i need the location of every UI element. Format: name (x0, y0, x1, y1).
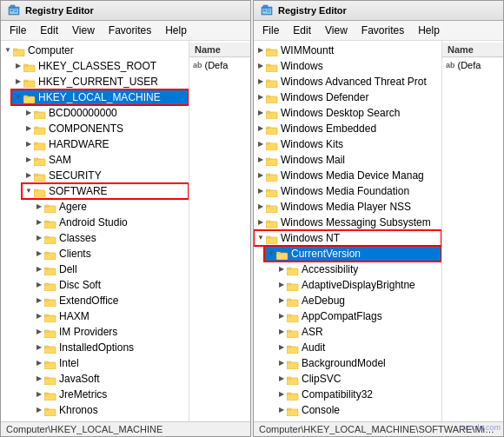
expander-hardware[interactable]: ▶ (23, 139, 34, 149)
expander-classes[interactable]: ▶ (34, 233, 44, 243)
tree-item-windows-kits[interactable]: ▶ Windows Kits (254, 136, 441, 152)
expander-windows-embedded[interactable]: ▶ (255, 123, 266, 134)
expander-clipsvc[interactable]: ▶ (276, 374, 287, 384)
tree-item-windows-desktop-search[interactable]: ▶ Windows Desktop Search (254, 105, 441, 121)
tree-item-hardware[interactable]: ▶ HARDWARE (22, 136, 189, 152)
tree-item-current-user[interactable]: ▶ HKEY_CURRENT_USER (11, 74, 189, 89)
expander-khronos[interactable]: ▶ (34, 405, 44, 415)
tree-item-security[interactable]: ▶ SECURITY (22, 168, 189, 183)
expander-security[interactable]: ▶ (23, 170, 34, 181)
expander-classes-root[interactable]: ▶ (13, 61, 23, 71)
expander-clients[interactable]: ▶ (34, 248, 44, 259)
expander-components[interactable]: ▶ (23, 123, 34, 134)
expander-disc-soft[interactable]: ▶ (34, 280, 44, 290)
menu-help-2[interactable]: Help (413, 23, 445, 38)
tree-pane-1[interactable]: ▼ Computer ▶ HKEY_CLASSES_ROO (1, 41, 189, 421)
tree-item-clients[interactable]: ▶ Clients (32, 246, 189, 262)
tree-item-clipsvc[interactable]: ▶ ClipSVC (275, 371, 441, 387)
tree-item-adaptive-display[interactable]: ▶ AdaptiveDisplayBrightne (275, 277, 441, 293)
tree-pane-2[interactable]: ▶ WIMMountt ▶ Windows ▶ Windows Advanced… (254, 41, 442, 421)
expander-windows-media-player-nss[interactable]: ▶ (255, 202, 266, 212)
expander-jre-metrics[interactable]: ▶ (34, 389, 44, 400)
expander-windows-kits[interactable]: ▶ (255, 139, 266, 149)
expander-computer[interactable]: ▼ (3, 45, 13, 56)
tree-item-wimmount[interactable]: ▶ WIMMountt (254, 43, 441, 58)
expander-haxm[interactable]: ▶ (34, 311, 44, 321)
expander-dell[interactable]: ▶ (34, 264, 44, 275)
expander-ae-debug[interactable]: ▶ (276, 295, 287, 306)
tree-item-components[interactable]: ▶ COMPONENTS (22, 121, 189, 136)
menu-file-1[interactable]: File (4, 23, 31, 38)
expander-local-machine[interactable]: ▼ (13, 92, 23, 103)
expander-console[interactable]: ▶ (276, 405, 287, 415)
tree-item-asr[interactable]: ▶ ASR (275, 324, 441, 340)
tree-item-bcd[interactable]: ▶ BCD00000000 (22, 105, 189, 121)
expander-extend-office[interactable]: ▶ (34, 295, 44, 306)
tree-item-console[interactable]: ▶ Console (275, 402, 441, 418)
tree-item-computer[interactable]: ▼ Computer (1, 43, 189, 58)
tree-item-windows-embedded[interactable]: ▶ Windows Embedded (254, 121, 441, 136)
tree-item-dell[interactable]: ▶ Dell (32, 262, 189, 277)
value-item-default-1[interactable]: ab (Defa (189, 57, 250, 73)
menu-favorites-2[interactable]: Favorites (356, 23, 409, 38)
tree-item-im-providers[interactable]: ▶ IM Providers (32, 324, 189, 340)
expander-installed-options[interactable]: ▶ (34, 342, 44, 353)
tree-item-background-model[interactable]: ▶ BackgroundModel (275, 355, 441, 371)
expander-current-user[interactable]: ▶ (13, 76, 23, 87)
tree-item-windows[interactable]: ▶ Windows (254, 58, 441, 74)
expander-audit[interactable]: ▶ (276, 342, 287, 353)
tree-item-windows-atp[interactable]: ▶ Windows Advanced Threat Prot (254, 74, 441, 89)
expander-windows-nt[interactable]: ▼ (255, 233, 266, 243)
menu-file-2[interactable]: File (257, 23, 284, 38)
expander-javasoft[interactable]: ▶ (34, 374, 44, 384)
tree-item-app-compat-flags[interactable]: ▶ AppCompatFlags (275, 308, 441, 324)
expander-im-providers[interactable]: ▶ (34, 327, 44, 337)
tree-item-intel[interactable]: ▶ Intel (32, 355, 189, 371)
expander-software[interactable]: ▼ (23, 186, 34, 196)
tree-item-haxm[interactable]: ▶ HAXM (32, 308, 189, 324)
tree-item-software[interactable]: ▼ SOFTWARE (22, 183, 189, 199)
menu-favorites-1[interactable]: Favorites (103, 23, 156, 38)
tree-item-compatibility32[interactable]: ▶ Compatibility32 (275, 387, 441, 402)
expander-bcd[interactable]: ▶ (23, 108, 34, 118)
tree-item-classes-root[interactable]: ▶ HKEY_CLASSES_ROOT (11, 58, 189, 74)
tree-item-agere[interactable]: ▶ Agere (32, 199, 189, 215)
expander-background-model[interactable]: ▶ (276, 358, 287, 368)
tree-item-audit[interactable]: ▶ Audit (275, 340, 441, 355)
tree-item-windows-messaging[interactable]: ▶ Windows Messaging Subsystem (254, 215, 441, 230)
tree-item-windows-nt[interactable]: ▼ Windows NT (254, 230, 441, 246)
expander-asr[interactable]: ▶ (276, 327, 287, 337)
tree-item-windows-media-device[interactable]: ▶ Windows Media Device Manag (254, 168, 441, 183)
tree-item-windows-defender[interactable]: ▶ Windows Defender (254, 89, 441, 105)
expander-current-version[interactable]: ▼ (266, 248, 276, 259)
expander-windows-media-device[interactable]: ▶ (255, 170, 266, 181)
menu-edit-2[interactable]: Edit (288, 23, 316, 38)
tree-item-khronos[interactable]: ▶ Khronos (32, 402, 189, 418)
expander-windows-media-foundation[interactable]: ▶ (255, 186, 266, 196)
tree-item-installed-options[interactable]: ▶ InstalledOptions (32, 340, 189, 355)
menu-view-1[interactable]: View (67, 23, 100, 38)
expander-windows-mail[interactable]: ▶ (255, 155, 266, 165)
tree-item-current-version[interactable]: ▼ CurrentVersion (264, 246, 441, 262)
expander-intel[interactable]: ▶ (34, 358, 44, 368)
expander-windows-messaging[interactable]: ▶ (255, 217, 266, 228)
tree-item-windows-media-foundation[interactable]: ▶ Windows Media Foundation (254, 183, 441, 199)
tree-item-local-machine[interactable]: ▼ HKEY_LOCAL_MACHINE (11, 89, 189, 105)
tree-item-windows-media-player-nss[interactable]: ▶ Windows Media Player NSS (254, 199, 441, 215)
value-item-default-2[interactable]: ab (Defa (442, 57, 503, 73)
tree-item-accessibility[interactable]: ▶ Accessibility (275, 262, 441, 277)
menu-edit-1[interactable]: Edit (35, 23, 63, 38)
menu-view-2[interactable]: View (320, 23, 353, 38)
expander-app-compat-flags[interactable]: ▶ (276, 311, 287, 321)
expander-adaptive-display[interactable]: ▶ (276, 280, 287, 290)
tree-item-sam[interactable]: ▶ SAM (22, 152, 189, 168)
tree-item-disc-soft[interactable]: ▶ Disc Soft (32, 277, 189, 293)
menu-help-1[interactable]: Help (160, 23, 192, 38)
tree-item-extend-office[interactable]: ▶ ExtendOffice (32, 293, 189, 308)
expander-android-studio[interactable]: ▶ (34, 217, 44, 228)
expander-sam[interactable]: ▶ (23, 155, 34, 165)
tree-item-jre-metrics[interactable]: ▶ JreMetrics (32, 387, 189, 402)
tree-item-javasoft[interactable]: ▶ JavaSoft (32, 371, 189, 387)
expander-windows-defender[interactable]: ▶ (255, 92, 266, 103)
expander-windows-atp[interactable]: ▶ (255, 76, 266, 87)
